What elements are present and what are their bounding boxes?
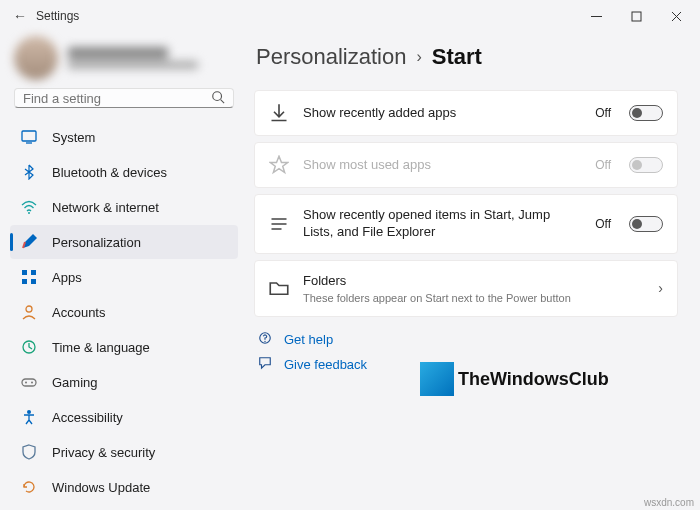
setting-recent-items[interactable]: Show recently opened items in Start, Jum… (254, 194, 678, 254)
setting-title: Show recently added apps (303, 105, 581, 122)
download-icon (269, 103, 289, 123)
toggle-state: Off (595, 106, 611, 120)
toggle-recent-items[interactable] (629, 216, 663, 232)
folder-icon (269, 278, 289, 298)
bluetooth-icon (20, 163, 38, 181)
gaming-icon (20, 373, 38, 391)
help-icon (258, 331, 274, 348)
system-icon (20, 128, 38, 146)
close-button[interactable] (656, 2, 696, 30)
search-input[interactable] (23, 91, 211, 106)
setting-recent-apps[interactable]: Show recently added apps Off (254, 90, 678, 136)
time-icon (20, 338, 38, 356)
nav-time[interactable]: Time & language (10, 330, 238, 364)
network-icon (20, 198, 38, 216)
svg-point-3 (28, 212, 30, 214)
privacy-icon (20, 443, 38, 461)
breadcrumb: Personalization › Start (256, 44, 678, 70)
breadcrumb-current: Start (432, 44, 482, 70)
personalization-icon (20, 233, 38, 251)
toggle-state: Off (595, 217, 611, 231)
svg-rect-6 (22, 279, 27, 284)
breadcrumb-parent[interactable]: Personalization (256, 44, 406, 70)
svg-rect-7 (31, 279, 36, 284)
source-label: wsxdn.com (644, 497, 694, 508)
star-icon (269, 155, 289, 175)
nav-list: System Bluetooth & devices Network & int… (10, 120, 238, 504)
setting-title: Show most used apps (303, 157, 581, 174)
nav-bluetooth[interactable]: Bluetooth & devices (10, 155, 238, 189)
minimize-button[interactable] (576, 2, 616, 30)
maximize-button[interactable] (616, 2, 656, 30)
nav-privacy[interactable]: Privacy & security (10, 435, 238, 469)
nav-personalization[interactable]: Personalization (10, 225, 238, 259)
setting-subtitle: These folders appear on Start next to th… (303, 292, 644, 304)
setting-folders[interactable]: Folders These folders appear on Start ne… (254, 260, 678, 317)
list-icon (269, 214, 289, 234)
svg-rect-4 (22, 270, 27, 275)
nav-accounts[interactable]: Accounts (10, 295, 238, 329)
back-button[interactable]: ← (4, 8, 36, 24)
accessibility-icon (20, 408, 38, 426)
window-title: Settings (36, 9, 79, 23)
svg-rect-5 (31, 270, 36, 275)
setting-title: Folders (303, 273, 644, 290)
chevron-right-icon: › (658, 280, 663, 296)
setting-most-used: Show most used apps Off (254, 142, 678, 188)
nav-gaming[interactable]: Gaming (10, 365, 238, 399)
svg-point-1 (213, 91, 222, 100)
nav-apps[interactable]: Apps (10, 260, 238, 294)
svg-rect-10 (22, 379, 36, 386)
update-icon (20, 478, 38, 496)
profile-card[interactable] (14, 36, 234, 80)
toggle-most-used (629, 157, 663, 173)
title-bar: ← Settings (0, 0, 700, 32)
svg-point-11 (25, 382, 27, 384)
svg-rect-0 (632, 12, 641, 21)
chevron-right-icon: › (416, 48, 421, 66)
watermark: TheWindowsClub (420, 362, 609, 396)
svg-rect-2 (22, 131, 36, 141)
sidebar: System Bluetooth & devices Network & int… (0, 32, 244, 510)
setting-title: Show recently opened items in Start, Jum… (303, 207, 581, 241)
search-box[interactable] (14, 88, 234, 108)
feedback-icon (258, 356, 274, 373)
search-icon (211, 90, 225, 107)
accounts-icon (20, 303, 38, 321)
nav-accessibility[interactable]: Accessibility (10, 400, 238, 434)
svg-point-15 (264, 340, 265, 341)
toggle-state: Off (595, 158, 611, 172)
svg-point-12 (31, 382, 33, 384)
main-content: Personalization › Start Show recently ad… (244, 32, 700, 510)
apps-icon (20, 268, 38, 286)
nav-update[interactable]: Windows Update (10, 470, 238, 504)
avatar (14, 36, 58, 80)
toggle-recent-apps[interactable] (629, 105, 663, 121)
watermark-icon (420, 362, 454, 396)
svg-point-8 (26, 306, 32, 312)
nav-network[interactable]: Network & internet (10, 190, 238, 224)
get-help-link[interactable]: Get help (254, 331, 678, 348)
svg-point-13 (27, 410, 31, 414)
nav-system[interactable]: System (10, 120, 238, 154)
